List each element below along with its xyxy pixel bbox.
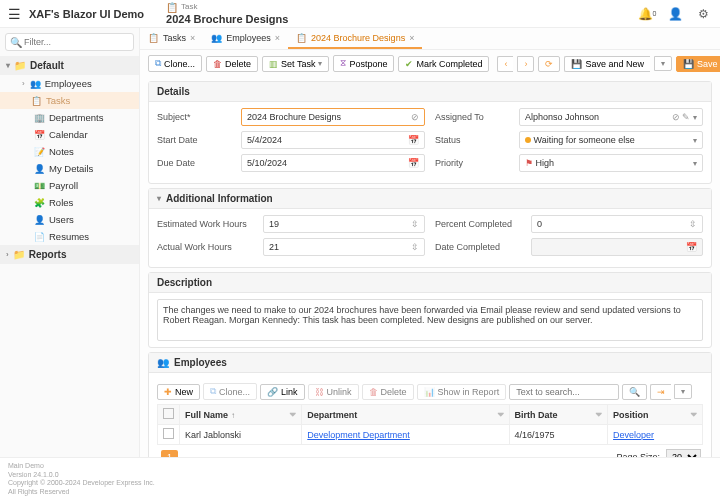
percent-completed-input[interactable]: 0⇳: [531, 215, 703, 233]
save-new-button[interactable]: 💾Save and New: [564, 56, 650, 72]
description-header: Description: [149, 273, 711, 293]
settings-icon[interactable]: ⚙: [694, 5, 712, 23]
nav-payroll[interactable]: 💵Payroll: [0, 177, 139, 194]
details-header: Details: [149, 82, 711, 102]
tab-tasks[interactable]: 📋Tasks×: [140, 28, 203, 49]
filter-icon: ⏷: [595, 410, 603, 419]
header-context: 📋Task 2024 Brochure Designs: [166, 2, 288, 25]
start-date-input[interactable]: 5/4/2024📅: [241, 131, 425, 149]
app-title: XAF's Blazor UI Demo: [29, 8, 144, 20]
emp-search-button[interactable]: 🔍: [622, 384, 647, 400]
postpone-button[interactable]: ⧖Postpone: [333, 55, 394, 72]
emp-report-button[interactable]: 📊Show in Report: [417, 384, 507, 400]
filter-input[interactable]: [5, 33, 134, 51]
nav-departments[interactable]: 🏢Departments: [0, 109, 139, 126]
spinner-icon: ⇳: [411, 242, 419, 252]
page-number[interactable]: 1: [161, 450, 178, 457]
nav-employees[interactable]: ›👥Employees: [0, 75, 139, 92]
menu-toggle[interactable]: ☰: [8, 6, 21, 22]
emp-export-button[interactable]: ⇥: [650, 384, 671, 400]
nav-group-default[interactable]: ▾📁Default: [0, 56, 139, 75]
description-textarea[interactable]: The changes we need to make to our 2024 …: [157, 299, 703, 341]
actual-hours-input[interactable]: 21⇳: [263, 238, 425, 256]
save-new-dropdown[interactable]: ▾: [654, 56, 672, 71]
employees-table: Full Name↑⏷ Department⏷ Birth Date⏷ Posi…: [157, 404, 703, 445]
set-task-button[interactable]: ▥Set Task▾: [262, 56, 329, 72]
prev-button[interactable]: ‹: [497, 56, 513, 72]
calendar-icon: 📅: [408, 135, 419, 145]
footer: Main Demo Version 24.1.0.0 Copyright © 2…: [0, 457, 720, 500]
mark-completed-button[interactable]: ✔Mark Completed: [398, 56, 489, 72]
nav-roles[interactable]: 🧩Roles: [0, 194, 139, 211]
edit-icon: ✎: [682, 112, 690, 122]
tab-brochure[interactable]: 📋2024 Brochure Designs×: [288, 28, 422, 49]
calendar-icon: 📅: [686, 242, 697, 252]
sidebar: 🔍 ▾📁Default ›👥Employees 📋Tasks 🏢Departme…: [0, 28, 140, 457]
subject-input[interactable]: 2024 Brochure Designs⊘: [241, 108, 425, 126]
chevron-down-icon: ▾: [157, 194, 161, 203]
date-completed-input[interactable]: 📅: [531, 238, 703, 256]
clone-button[interactable]: ⧉Clone...: [148, 55, 202, 72]
close-icon[interactable]: ×: [275, 33, 280, 43]
search-icon: 🔍: [10, 37, 22, 48]
clear-icon: ⊘: [411, 112, 419, 122]
employees-header: 👥Employees: [149, 353, 711, 373]
page-size-select[interactable]: 20: [666, 449, 701, 457]
nav-calendar[interactable]: 📅Calendar: [0, 126, 139, 143]
status-select[interactable]: Waiting for someone else▾: [519, 131, 703, 149]
spinner-icon: ⇳: [689, 219, 697, 229]
next-button[interactable]: ›: [517, 56, 534, 72]
col-fullname[interactable]: Full Name↑⏷: [180, 405, 302, 425]
col-birthdate[interactable]: Birth Date⏷: [509, 405, 608, 425]
spinner-icon: ⇳: [411, 219, 419, 229]
emp-clone-button[interactable]: ⧉Clone...: [203, 383, 257, 400]
filter-icon: ⏷: [289, 410, 297, 419]
position-link[interactable]: Developer: [613, 430, 654, 440]
clear-icon: ⊘: [672, 112, 680, 122]
emp-new-button[interactable]: ✚New: [157, 384, 200, 400]
emp-delete-button[interactable]: 🗑Delete: [362, 384, 414, 400]
tab-strip: 📋Tasks× 👥Employees× 📋2024 Brochure Desig…: [140, 28, 720, 50]
nav-resumes[interactable]: 📄Resumes: [0, 228, 139, 245]
close-icon[interactable]: ×: [190, 33, 195, 43]
row-checkbox[interactable]: [163, 428, 174, 439]
nav-tasks[interactable]: 📋Tasks: [0, 92, 139, 109]
select-all-checkbox[interactable]: [163, 408, 174, 419]
refresh-button[interactable]: ⟳: [538, 56, 560, 72]
due-date-input[interactable]: 5/10/2024📅: [241, 154, 425, 172]
sort-asc-icon: ↑: [231, 411, 235, 420]
close-icon[interactable]: ×: [409, 33, 414, 43]
nav-notes[interactable]: 📝Notes: [0, 143, 139, 160]
filter-icon: ⏷: [690, 410, 698, 419]
nav-group-reports[interactable]: ›📁Reports: [0, 245, 139, 264]
assigned-to-input[interactable]: Alphonso Johnson⊘ ✎ ▾: [519, 108, 703, 126]
emp-link-button[interactable]: 🔗Link: [260, 384, 305, 400]
calendar-icon: 📅: [408, 158, 419, 168]
delete-button[interactable]: 🗑Delete: [206, 56, 258, 72]
user-icon[interactable]: 👤: [666, 5, 684, 23]
tab-employees[interactable]: 👥Employees×: [203, 28, 288, 49]
estimated-hours-input[interactable]: 19⇳: [263, 215, 425, 233]
save-button[interactable]: 💾Save: [676, 56, 720, 72]
emp-unlink-button[interactable]: ⛓Unlink: [308, 384, 359, 400]
col-department[interactable]: Department⏷: [302, 405, 509, 425]
additional-info-header[interactable]: ▾Additional Information: [149, 189, 711, 209]
emp-export-dropdown[interactable]: ▾: [674, 384, 692, 399]
dept-link[interactable]: Development Department: [307, 430, 410, 440]
nav-users[interactable]: 👤Users: [0, 211, 139, 228]
notifications-icon[interactable]: 🔔0: [638, 5, 656, 23]
col-position[interactable]: Position⏷: [608, 405, 703, 425]
table-row[interactable]: Karl Jablonski Development Department 4/…: [158, 425, 703, 445]
filter-icon: ⏷: [497, 410, 505, 419]
priority-select[interactable]: ⚑ High▾: [519, 154, 703, 172]
emp-search-input[interactable]: [509, 384, 619, 400]
nav-mydetails[interactable]: 👤My Details: [0, 160, 139, 177]
